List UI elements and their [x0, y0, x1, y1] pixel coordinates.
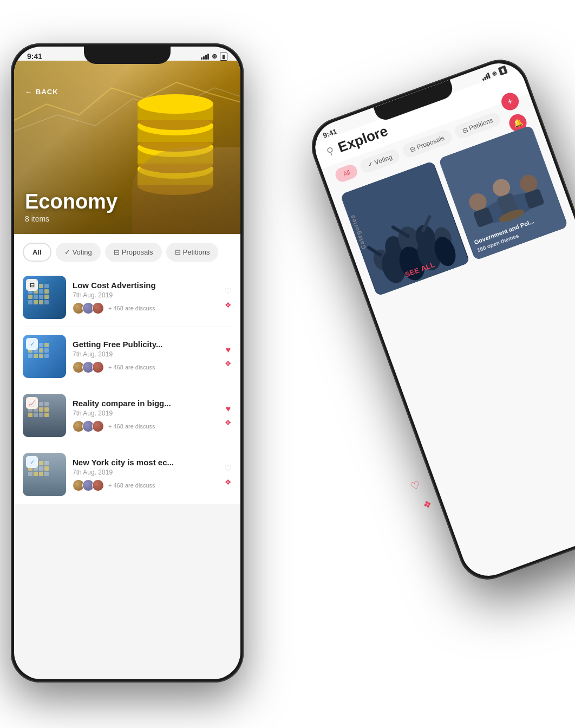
tab-voting[interactable]: ✓ Voting [56, 243, 101, 262]
item-date-2: 7th Aug. 2019 [73, 350, 218, 358]
status-icons1: ⊛ ▮ [201, 53, 227, 61]
floating-share-icon: ❖ [421, 497, 434, 511]
phone2-wrapper: 9:41 ⊛ ▮ ⚲ Explore [304, 51, 575, 587]
list-item[interactable]: ✓ Getting Free Publicity... 7th Aug. 201… [23, 327, 232, 386]
phone1-device: 9:41 ⊛ ▮ [11, 43, 244, 682]
avatar-2c [92, 361, 104, 373]
item-thumb-1: ⊟ [23, 276, 66, 319]
petitions-icon: ⊟ [175, 248, 181, 256]
item-content-1: Low Cost Advertising 7th Aug. 2019 + 468… [73, 281, 218, 314]
item-icon-2: ✓ [26, 338, 38, 350]
phone2-device: 9:41 ⊛ ▮ ⚲ Explore [304, 51, 575, 587]
item-actions-4: ♡ ❖ [224, 463, 232, 486]
tab-all[interactable]: All [23, 243, 51, 262]
filter-tabs: All ✓ Voting ⊟ Proposals ⊟ Petitions [14, 234, 240, 268]
signal-bars1 [201, 54, 209, 60]
item-actions-2: ♥ ❖ [225, 345, 232, 368]
item-avatars-1: + 468 are discuss [73, 302, 218, 314]
item-thumb-4: ✓ [23, 453, 66, 496]
item-thumb-2: ✓ [23, 335, 66, 378]
svg-point-11 [138, 94, 213, 114]
item-date-1: 7th Aug. 2019 [73, 291, 218, 299]
avatar-4c [92, 479, 104, 491]
scene: 9:41 ⊛ ▮ [0, 0, 575, 728]
item-avatars-4: + 468 are discuss [73, 479, 218, 491]
proposals-icon: ⊟ [114, 248, 120, 256]
item-avatars-2: + 468 are discuss [73, 361, 218, 373]
hero-title: Economy [25, 190, 117, 213]
search-icon[interactable]: ⚲ [325, 145, 336, 158]
chip-all[interactable]: All [334, 163, 360, 184]
heart-icon-4[interactable]: ♡ [224, 463, 232, 473]
item-discuss-2: + 468 are discuss [108, 364, 155, 370]
item-icon-3: 📈 [26, 397, 38, 409]
voting-check-icon: ✓ [64, 248, 70, 256]
wifi-icon1: ⊛ [212, 53, 217, 60]
tab-petitions-label: Petitions [183, 248, 210, 256]
item-discuss-3: + 468 are discuss [108, 423, 155, 430]
avatar-1c [92, 302, 104, 314]
tab-voting-label: Voting [73, 248, 92, 256]
heart-icon-3[interactable]: ♥ [226, 404, 231, 414]
tab-proposals-label: Proposals [122, 248, 153, 256]
item-content-4: New York city is most ec... 7th Aug. 201… [73, 458, 218, 491]
phone1-screen: 9:41 ⊛ ▮ [14, 47, 240, 679]
battery-icon1: ▮ [220, 53, 227, 61]
hero-subtitle: 8 items [25, 214, 117, 223]
back-arrow-icon: ← [25, 88, 32, 96]
avatar-3c [92, 420, 104, 432]
bar3 [205, 55, 207, 60]
item-title-4: New York city is most ec... [73, 458, 218, 467]
item-actions-1: ♡ ❖ [224, 286, 232, 309]
phone2-screen: 9:41 ⊛ ▮ ⚲ Explore [308, 56, 575, 583]
item-date-3: 7th Aug. 2019 [73, 410, 218, 417]
crowd-bg [132, 147, 240, 234]
item-title-3: Reality compare in bigg... [73, 399, 218, 408]
item-title-2: Getting Free Publicity... [73, 340, 218, 349]
item-actions-3: ♥ ❖ [225, 404, 232, 427]
heart-icon-1[interactable]: ♡ [224, 286, 232, 296]
item-icon-4: ✓ [26, 456, 38, 468]
bar4 [207, 54, 209, 60]
share-icon-1[interactable]: ❖ [225, 301, 232, 309]
list-item[interactable]: ✓ New York city is most ec... 7th Aug. 2… [23, 445, 232, 504]
item-content-3: Reality compare in bigg... 7th Aug. 2019… [73, 399, 218, 432]
back-button[interactable]: ← BACK [25, 88, 58, 96]
item-discuss-1: + 468 are discuss [108, 305, 155, 311]
time1: 9:41 [27, 52, 42, 61]
tab-proposals[interactable]: ⊟ Proposals [105, 243, 162, 262]
item-thumb-3: 📈 [23, 394, 66, 437]
list-item[interactable]: ⊟ Low Cost Advertising 7th Aug. 2019 + 4… [23, 268, 232, 327]
wifi-icon2: ⊛ [491, 69, 498, 77]
item-content-2: Getting Free Publicity... 7th Aug. 2019 … [73, 340, 218, 373]
bar1 [201, 57, 202, 60]
signal-bars2 [481, 73, 491, 81]
notch1 [84, 47, 171, 64]
item-date-4: 7th Aug. 2019 [73, 469, 218, 476]
item-title-1: Low Cost Advertising [73, 281, 218, 290]
tab-petitions[interactable]: ⊟ Petitions [166, 243, 219, 262]
items-list: ⊟ Low Cost Advertising 7th Aug. 2019 + 4… [14, 268, 240, 504]
share-icon-4[interactable]: ❖ [225, 478, 232, 486]
floating-heart-icon: ♡ [408, 478, 422, 493]
hero-image: ← BACK Economy 8 items [14, 61, 240, 234]
item-icon-1: ⊟ [26, 279, 38, 291]
bar2 [203, 56, 205, 60]
share-icon-3[interactable]: ❖ [225, 418, 232, 427]
heart-icon-2[interactable]: ♥ [226, 345, 231, 355]
item-discuss-4: + 468 are discuss [108, 482, 155, 489]
back-label: BACK [36, 88, 58, 96]
list-item[interactable]: 📈 Reality compare in bigg... 7th Aug. 20… [23, 386, 232, 445]
item-avatars-3: + 468 are discuss [73, 420, 218, 432]
hero-text-block: Economy 8 items [25, 190, 117, 223]
share-icon-2[interactable]: ❖ [225, 359, 232, 368]
